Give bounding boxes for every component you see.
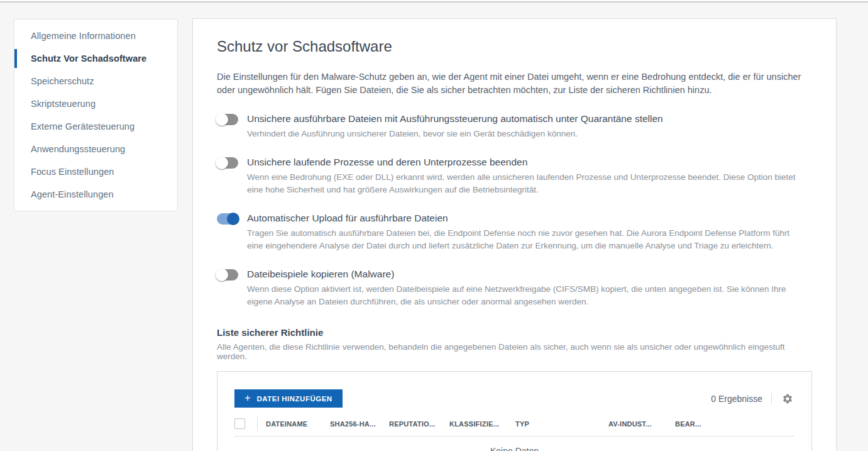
safe-list-description: Alle Agenten, die diese Richtlinie verwe… xyxy=(217,342,812,361)
page-title: Schutz vor Schadsoftware xyxy=(217,38,812,55)
sidebar-item-focus-einstellungen[interactable]: Focus Einstellungen xyxy=(14,160,177,183)
setting-label: Unsichere ausführbare Dateien mit Ausfüh… xyxy=(247,113,663,125)
sidebar-item-agent-einstellungen[interactable]: Agent-Einstellungen xyxy=(14,183,177,206)
toggle-knob xyxy=(216,113,228,126)
plus-icon: + xyxy=(244,393,251,403)
sidebar-item-speicherschutz[interactable]: Speicherschutz xyxy=(14,70,177,92)
setting-label: Unsichere laufende Prozesse und deren Un… xyxy=(247,157,803,168)
auto-upload-toggle[interactable] xyxy=(217,213,238,225)
setting-text-block: Dateibeispiele kopieren (Malware) Wenn d… xyxy=(247,269,803,308)
sidebar-item-anwendungssteuerung[interactable]: Anwendungssteuerung xyxy=(14,138,177,160)
sidebar-item-externe-geraetesteuerung[interactable]: Externe Gerätesteuerung xyxy=(14,115,177,138)
safe-files-table: + DATEI HINZUFÜGEN 0 Ergebnisse DATEIN xyxy=(217,371,812,451)
table-header-row: DATEINAME SHA256-HA... REPUTATIO... KLAS… xyxy=(234,418,794,437)
sidebar-item-label: Skriptsteuerung xyxy=(31,99,96,109)
setting-description: Tragen Sie automatisch ausführbare Datei… xyxy=(247,227,803,252)
safe-list-heading: Liste sicherer Richtlinie xyxy=(217,327,812,338)
setting-label: Automatischer Upload für ausführbare Dat… xyxy=(247,213,803,224)
setting-text-block: Unsichere ausführbare Dateien mit Ausfüh… xyxy=(247,113,663,140)
setting-text-block: Unsichere laufende Prozesse und deren Un… xyxy=(247,157,803,196)
setting-row-kill-processes: Unsichere laufende Prozesse und deren Un… xyxy=(217,157,812,196)
toggle-knob xyxy=(216,269,228,281)
column-header-av-industrie[interactable]: AV-INDUST... xyxy=(608,420,675,428)
policy-sections-sidebar: Allgemeine Informationen Schutz Vor Scha… xyxy=(14,19,178,211)
setting-description: Verhindert die Ausführung unsicherer Dat… xyxy=(247,128,663,140)
setting-row-auto-quarantine: Unsichere ausführbare Dateien mit Ausfüh… xyxy=(217,113,812,140)
sidebar-item-label: Agent-Einstellungen xyxy=(31,189,114,199)
auto-quarantine-toggle[interactable] xyxy=(217,114,238,125)
malware-protection-panel: Schutz vor Schadsoftware Die Einstellung… xyxy=(192,18,837,451)
setting-description: Wenn diese Option aktiviert ist, werden … xyxy=(247,283,803,308)
copy-samples-toggle[interactable] xyxy=(217,269,238,281)
header-column-separator xyxy=(257,416,258,431)
kill-processes-toggle[interactable] xyxy=(217,157,238,169)
add-file-button[interactable]: + DATEI HINZUFÜGEN xyxy=(234,389,343,408)
select-all-checkbox[interactable] xyxy=(234,418,245,429)
toggle-knob xyxy=(227,213,239,225)
setting-text-block: Automatischer Upload für ausführbare Dat… xyxy=(247,213,803,252)
column-header-sha256-hash[interactable]: SHA256-HA... xyxy=(330,420,389,428)
add-file-button-label: DATEI HINZUFÜGEN xyxy=(256,395,332,403)
sidebar-item-label: Anwendungssteuerung xyxy=(31,144,125,154)
table-empty-state: Keine Daten xyxy=(217,437,811,451)
sidebar-item-allgemeine-informationen[interactable]: Allgemeine Informationen xyxy=(14,25,177,47)
column-header-reputation[interactable]: REPUTATIO... xyxy=(389,420,449,428)
sidebar-item-schutz-vor-schadsoftware[interactable]: Schutz Vor Schadsoftware xyxy=(14,47,177,70)
setting-description: Wenn eine Bedrohung (EXE oder DLL) erkan… xyxy=(247,171,803,196)
column-header-dateiname[interactable]: DATEINAME xyxy=(266,420,330,428)
setting-row-copy-samples: Dateibeispiele kopieren (Malware) Wenn d… xyxy=(217,269,812,308)
sidebar-item-label: Focus Einstellungen xyxy=(31,167,114,177)
table-settings-button[interactable] xyxy=(781,392,794,406)
column-header-bearbeitet[interactable]: BEAR... xyxy=(675,420,794,428)
toolbar-divider xyxy=(771,393,772,404)
setting-label: Dateibeispiele kopieren (Malware) xyxy=(247,269,803,280)
active-indicator-bar xyxy=(14,49,17,68)
gear-icon xyxy=(782,393,793,404)
table-toolbar: + DATEI HINZUFÜGEN 0 Ergebnisse xyxy=(217,372,811,408)
policy-settings-layout: Allgemeine Informationen Schutz Vor Scha… xyxy=(0,3,868,451)
section-intro-text: Die Einstellungen für den Malware-Schutz… xyxy=(217,70,811,97)
column-header-klassifizierung[interactable]: KLASSIFIZIE... xyxy=(449,420,515,428)
results-count: 0 Ergebnisse xyxy=(711,394,762,404)
sidebar-item-label: Schutz Vor Schadsoftware xyxy=(31,53,146,64)
column-header-typ[interactable]: TYP xyxy=(515,420,608,428)
sidebar-item-skriptsteuerung[interactable]: Skriptsteuerung xyxy=(14,92,177,115)
setting-row-auto-upload: Automatischer Upload für ausführbare Dat… xyxy=(217,213,812,252)
sidebar-item-label: Speicherschutz xyxy=(31,76,94,86)
sidebar-item-label: Allgemeine Informationen xyxy=(31,31,136,41)
toggle-knob xyxy=(216,157,228,169)
table-toolbar-right: 0 Ergebnisse xyxy=(711,392,794,406)
sidebar-item-label: Externe Gerätesteuerung xyxy=(31,121,135,131)
